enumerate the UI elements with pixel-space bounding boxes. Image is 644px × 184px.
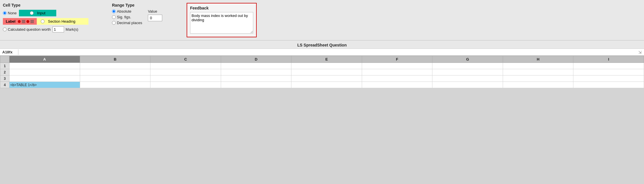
absolute-label: Absolute <box>117 9 131 13</box>
feedback-title: Feedback <box>190 6 253 10</box>
cell-c4[interactable] <box>150 82 221 88</box>
cell-a2[interactable] <box>9 69 80 75</box>
decimal-label: Decimal places <box>117 21 142 25</box>
row-num-4: 4 <box>0 82 9 88</box>
value-label: Value <box>148 9 162 13</box>
none-radio[interactable] <box>3 11 7 15</box>
sigfigs-label: Sig. figs. <box>117 15 131 19</box>
calc-worth-input[interactable]: 1 <box>53 26 64 32</box>
cell-b4[interactable] <box>80 82 150 88</box>
col-header-f: F <box>362 56 432 63</box>
circle-icon-2 <box>26 20 29 23</box>
none-label: None <box>8 11 17 15</box>
cell-b3[interactable] <box>80 75 150 82</box>
feedback-section: Feedback Body mass index is worked out b… <box>187 3 257 37</box>
cell-c2[interactable] <box>150 69 221 75</box>
cell-h2[interactable] <box>503 69 573 75</box>
resize-icon: ⇲ <box>637 50 643 55</box>
cell-e4[interactable] <box>291 82 362 88</box>
cell-g1[interactable] <box>432 63 503 69</box>
cell-d2[interactable] <box>221 69 291 75</box>
formula-bar: A18fx ⇲ <box>0 49 644 56</box>
formula-input[interactable] <box>18 49 637 55</box>
lines-icon-2 <box>30 20 34 23</box>
label-box: Label <box>3 18 37 25</box>
cell-f1[interactable] <box>362 63 432 69</box>
absolute-radio[interactable] <box>112 9 116 13</box>
grid-container[interactable]: A B C D E F G H I 1 <box>0 56 644 88</box>
cell-d1[interactable] <box>221 63 291 69</box>
cell-h1[interactable] <box>503 63 573 69</box>
cell-a1[interactable] <box>9 63 80 69</box>
cell-b1[interactable] <box>80 63 150 69</box>
cell-g4[interactable] <box>432 82 503 88</box>
col-header-c: C <box>150 56 221 63</box>
cell-d3[interactable] <box>221 75 291 82</box>
cell-i2[interactable] <box>573 69 644 75</box>
cell-f4[interactable] <box>362 82 432 88</box>
col-header-b: B <box>80 56 150 63</box>
range-type-section: Range Type Absolute Sig. figs. Decimal p… <box>112 3 169 25</box>
table-row: 4 <b>TABLE 1</b> <box>0 82 644 88</box>
decimal-radio[interactable] <box>112 21 116 25</box>
absolute-option[interactable]: Absolute <box>112 9 142 13</box>
input-button[interactable]: Input <box>19 10 56 16</box>
cell-e3[interactable] <box>291 75 362 82</box>
cell-f3[interactable] <box>362 75 432 82</box>
cell-e2[interactable] <box>291 69 362 75</box>
cell-ref: A18fx <box>1 49 18 55</box>
cell-c3[interactable] <box>150 75 221 82</box>
col-header-h: H <box>503 56 573 63</box>
cell-d4[interactable] <box>221 82 291 88</box>
label-word: Label <box>6 19 16 24</box>
cell-type-row1: None Input <box>3 10 95 16</box>
calc-worth-radio[interactable] <box>3 28 7 31</box>
table-row: 2 <box>0 69 644 75</box>
sigfigs-option[interactable]: Sig. figs. <box>112 15 142 19</box>
section-heading-button[interactable]: Section Heading <box>37 18 88 25</box>
row-num-3: 3 <box>0 75 9 82</box>
spreadsheet-section: LS SpreadSheet Question A18fx ⇲ A B C D … <box>0 40 644 88</box>
cell-h4[interactable] <box>503 82 573 88</box>
input-radio[interactable] <box>30 11 34 15</box>
row-num-2: 2 <box>0 69 9 75</box>
cell-g3[interactable] <box>432 75 503 82</box>
cell-i3[interactable] <box>573 75 644 82</box>
cell-f2[interactable] <box>362 69 432 75</box>
cell-type-title: Cell Type <box>3 3 95 7</box>
section-heading-label: Section Heading <box>48 19 75 24</box>
cell-a4[interactable]: <b>TABLE 1</b> <box>9 82 80 88</box>
range-value-row: Absolute Sig. figs. Decimal places Value… <box>112 9 169 25</box>
cell-e1[interactable] <box>291 63 362 69</box>
col-header-a: A <box>9 56 80 63</box>
feedback-textarea[interactable]: Body mass index is worked out by dividin… <box>190 12 253 34</box>
cell-a3[interactable] <box>9 75 80 82</box>
grid-table: A B C D E F G H I 1 <box>0 56 644 88</box>
cell-type-row3: Calculated question worth 1 Mark(s) <box>3 26 95 32</box>
cell-i1[interactable] <box>573 63 644 69</box>
range-type-title: Range Type <box>112 3 169 7</box>
calc-worth-label: Calculated question worth <box>8 27 51 32</box>
none-option[interactable]: None <box>3 11 17 15</box>
corner-header <box>0 56 9 63</box>
column-headers: A B C D E F G H I <box>0 56 644 63</box>
cell-type-row2: Label Section Heading <box>3 18 95 25</box>
col-header-d: D <box>221 56 291 63</box>
row-num-1: 1 <box>0 63 9 69</box>
calc-worth-option[interactable]: Calculated question worth <box>3 27 51 32</box>
table-row: 1 <box>0 63 644 69</box>
lines-icon-1 <box>22 20 25 23</box>
cell-i4[interactable] <box>573 82 644 88</box>
spreadsheet-title: LS SpreadSheet Question <box>0 40 644 49</box>
col-header-e: E <box>291 56 362 63</box>
cell-g2[interactable] <box>432 69 503 75</box>
decimal-option[interactable]: Decimal places <box>112 21 142 25</box>
sigfigs-radio[interactable] <box>112 15 116 19</box>
range-options: Absolute Sig. figs. Decimal places <box>112 9 142 25</box>
cell-h3[interactable] <box>503 75 573 82</box>
value-input[interactable]: 0 <box>148 15 162 21</box>
cell-b2[interactable] <box>80 69 150 75</box>
section-heading-radio[interactable] <box>41 20 45 23</box>
cell-c1[interactable] <box>150 63 221 69</box>
circle-icon-1 <box>18 20 21 23</box>
